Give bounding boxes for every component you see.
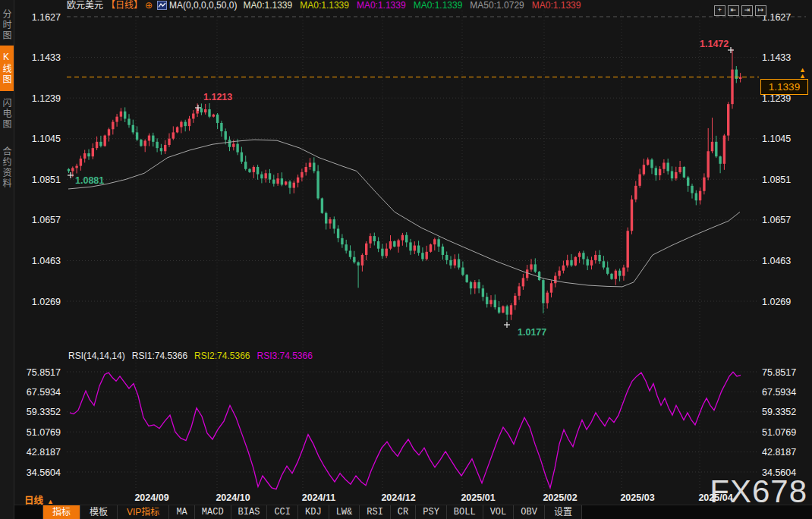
indicator-button-rsi[interactable]: RSI xyxy=(360,505,391,519)
ma-value-label: MA0:1.1339 xyxy=(414,0,463,11)
chart-header: 欧元美元【日线】⊕ MA(0,0,0,0,50,0)MA0:1.1339MA0:… xyxy=(67,0,588,11)
rsi3-value: RSI3:74.5366 xyxy=(257,351,313,361)
sidebar: 分时图 K线图 闪电图 合约资料 xyxy=(0,0,14,519)
period-selector-arrow-icon: ▲ xyxy=(47,498,54,505)
indicator-button-boll[interactable]: BOLL xyxy=(447,505,483,519)
x-axis-label: 2024/11 xyxy=(302,492,336,503)
rsi-axis-label-right: 75.8517 xyxy=(762,367,796,378)
indicator-button-obv[interactable]: OBV xyxy=(514,505,545,519)
x-axis-label: 2024/12 xyxy=(381,492,415,503)
chart-type-icon[interactable] xyxy=(157,1,167,10)
rsi-header: RSI(14,14,14)RSI1:74.5366RSI2:74.5366RSI… xyxy=(68,351,319,361)
ma-value-labels: MA0:1.1339MA0:1.1339MA0:1.1339MA0:1.1339… xyxy=(243,0,588,11)
price-axis-label-left: 1.0657 xyxy=(32,215,61,225)
rsi-axis-label-right: 67.5934 xyxy=(762,387,796,398)
symbol-name: 欧元美元 xyxy=(67,0,103,11)
crosshair-icon[interactable]: + xyxy=(714,5,725,16)
period-selector-label: 日线 xyxy=(24,495,43,506)
rsi-line xyxy=(70,372,741,489)
price-axis-label-left: 1.1627 xyxy=(32,12,61,23)
add-symbol-icon[interactable]: ⊕ xyxy=(145,0,153,11)
ma-value-label: MA50:1.0729 xyxy=(470,0,524,11)
indicator-tab-button[interactable]: 指标 xyxy=(42,505,80,519)
settings-button[interactable]: 设置 xyxy=(545,505,582,519)
price-axis-label-left: 1.0463 xyxy=(32,256,61,266)
x-axis-label: 2025/03 xyxy=(620,492,654,503)
indicator-button-cci[interactable]: CCI xyxy=(267,505,298,519)
price-axis-label-left: 1.1239 xyxy=(32,93,61,104)
template-tab-button[interactable]: 模板 xyxy=(80,505,118,519)
rsi-axis-label-left: 59.3352 xyxy=(27,407,61,417)
indicator-button-ma[interactable]: MA xyxy=(169,505,194,519)
ma-formula: MA(0,0,0,0,50,0) xyxy=(169,0,237,11)
indicator-button-macd[interactable]: MACD xyxy=(195,505,231,519)
price-annotation: 1.0881 xyxy=(75,175,104,186)
candles xyxy=(68,49,742,321)
rsi-axis-label-right: 42.8187 xyxy=(762,447,796,458)
goto-latest-icon[interactable]: ↦ xyxy=(755,5,766,16)
x-axis-label: 2024/10 xyxy=(216,492,250,503)
rsi1-value: RSI1:74.5366 xyxy=(132,351,187,361)
period-selector[interactable]: 日线▲ xyxy=(24,492,54,507)
sidebar-tab-time-chart[interactable]: 分时图 xyxy=(0,3,14,47)
rsi-axis-label-left: 34.5604 xyxy=(27,467,61,478)
trading-app-window: 分时图 K线图 闪电图 合约资料 欧元美元【日线】⊕ MA(0,0,0,0,50… xyxy=(0,0,812,519)
price-axis-label-right: 1.0269 xyxy=(762,297,791,307)
vip-indicator-button[interactable]: VIP指标 xyxy=(118,505,169,519)
ma-value-label: MA0:1.1339 xyxy=(357,0,406,11)
last-price-label: 1.1339 xyxy=(760,79,808,95)
ma50-line xyxy=(68,140,740,287)
price-axis-label-left: 1.1045 xyxy=(32,134,61,144)
price-up-arrows: ▲▲ xyxy=(799,67,806,79)
rsi-formula: RSI(14,14,14) xyxy=(68,351,125,361)
chart-window-controls: +⇤⇥↦ xyxy=(712,2,766,11)
rsi-axis-label-right: 51.0769 xyxy=(762,427,796,438)
ma-value-label: MA0:1.1339 xyxy=(243,0,292,11)
price-annotation: 1.1213 xyxy=(203,92,232,102)
candlestick-chart-canvas[interactable]: 1.16271.16271.14331.14331.12391.12391.10… xyxy=(0,0,812,504)
rsi-axis-label-left: 75.8517 xyxy=(27,367,61,378)
ma-value-label: MA0:1.1339 xyxy=(532,0,581,11)
rsi-axis-label-left: 67.5934 xyxy=(27,387,61,398)
sidebar-tab-contract-info[interactable]: 合约资料 xyxy=(0,138,14,197)
period-badge[interactable]: 【日线】 xyxy=(106,0,143,11)
price-axis-label-left: 1.0851 xyxy=(32,175,61,185)
zoom-in-icon[interactable]: ⇥ xyxy=(741,5,753,16)
x-axis-label: 2025/04 xyxy=(698,492,732,503)
price-axis-label-right: 1.1045 xyxy=(762,134,791,144)
indicator-button-kdj[interactable]: KDJ xyxy=(298,505,329,519)
rsi-axis-label-left: 51.0769 xyxy=(27,427,61,438)
rsi-axis-label-right: 59.3352 xyxy=(762,407,796,417)
price-axis-label-right: 1.0657 xyxy=(762,215,791,225)
price-annotation: 1.1472 xyxy=(700,39,729,49)
price-axis-label-right: 1.0851 xyxy=(762,175,791,185)
indicator-button-vol[interactable]: VOL xyxy=(483,505,515,519)
indicator-toolbar: 指标 模板 VIP指标 MA MACD BIAS CCI KDJ LW& RSI… xyxy=(14,505,812,519)
x-axis-label: 2025/02 xyxy=(543,492,577,503)
rsi2-value: RSI2:74.5366 xyxy=(194,351,250,361)
zoom-out-icon[interactable]: ⇤ xyxy=(728,5,739,16)
price-axis-label-left: 1.0269 xyxy=(32,297,61,307)
x-axis-label: 2025/01 xyxy=(461,492,495,503)
price-annotation: 1.0177 xyxy=(518,327,546,338)
price-axis-label-right: 1.0463 xyxy=(762,256,791,266)
indicator-button-cr[interactable]: CR xyxy=(391,505,416,519)
sidebar-tab-flash-chart[interactable]: 闪电图 xyxy=(0,91,14,137)
price-axis-label-right: 1.1433 xyxy=(762,52,791,63)
rsi-axis-label-left: 42.8187 xyxy=(27,447,61,458)
indicator-button-bias[interactable]: BIAS xyxy=(231,505,268,519)
price-axis-label-left: 1.1433 xyxy=(32,52,61,63)
ma-value-label: MA0:1.1339 xyxy=(300,0,349,11)
x-axis-label: 2024/09 xyxy=(134,492,168,503)
indicator-button-psy[interactable]: PSY xyxy=(416,505,447,519)
sidebar-tab-candle-chart[interactable]: K线图 xyxy=(0,46,14,91)
indicator-button-lw[interactable]: LW& xyxy=(329,505,360,519)
